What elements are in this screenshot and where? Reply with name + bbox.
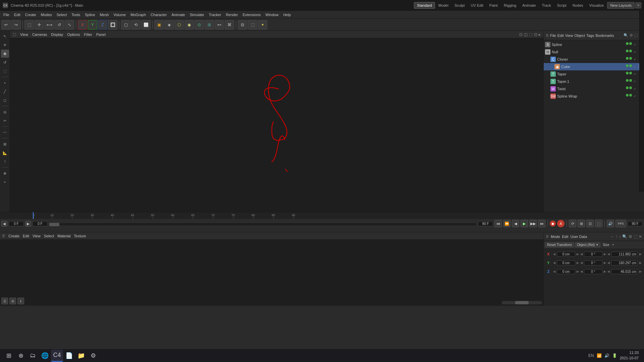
motion-btn[interactable]: ⟳ — [569, 220, 576, 227]
null-vis-dot[interactable] — [626, 50, 629, 52]
x-gt2-icon[interactable]: ▶ — [604, 252, 606, 256]
vp-panel[interactable]: Panel — [96, 33, 106, 37]
left-spline-btn[interactable]: 〰 — [1, 128, 9, 136]
mat-material[interactable]: Material — [57, 234, 70, 238]
splinewrap-render-dot[interactable] — [629, 94, 632, 97]
mat-edit[interactable]: Edit — [23, 234, 29, 238]
transform-btn[interactable]: ✛ — [35, 20, 44, 29]
attr-settings-icon[interactable]: ⚙ — [629, 234, 632, 239]
cloner-check[interactable]: ✓ — [633, 57, 637, 62]
layout-tab-paint[interactable]: Paint — [487, 2, 500, 8]
taper-vis-dot[interactable] — [626, 72, 629, 74]
left-rotate-btn[interactable]: ↺ — [1, 58, 9, 66]
x-gt-icon[interactable]: ▶ — [577, 252, 579, 256]
layout-tab-animate[interactable]: Animate — [520, 2, 538, 8]
splinewrap-vis-dot[interactable] — [626, 94, 629, 97]
obj-twist[interactable]: W Twist ✓ ✓ — [544, 85, 644, 93]
cube-render-dot[interactable] — [629, 64, 632, 67]
menu-volume[interactable]: Volume — [112, 12, 128, 17]
next-key-btn[interactable]: ⏭ — [538, 220, 545, 227]
vp-view-menu[interactable]: ⬚ — [13, 32, 16, 37]
taskbar-folder[interactable]: 📁 — [75, 350, 87, 362]
twist-check[interactable]: ✓ — [633, 86, 637, 91]
prev-frame-btn[interactable]: ◀ — [1, 221, 7, 227]
z-pos-field[interactable] — [557, 269, 575, 274]
mograph2-btn[interactable]: ⊞ — [205, 20, 214, 29]
attr-mode[interactable]: Mode — [551, 235, 560, 239]
twist-vis-dot[interactable] — [626, 86, 629, 89]
polygon-btn[interactable]: ⬡ — [174, 20, 184, 29]
z-lt2-icon[interactable]: ◀ — [580, 270, 583, 273]
sys-volume-icon[interactable]: 🔊 — [604, 353, 609, 358]
vp-icon1[interactable]: ⊡ — [519, 32, 523, 37]
om-view[interactable]: View — [565, 34, 573, 38]
menu-animate[interactable]: Animate — [169, 12, 187, 17]
taper1-render-dot[interactable] — [629, 79, 632, 82]
null-check[interactable]: ✓ — [633, 50, 637, 54]
y-rot-field[interactable] — [584, 260, 602, 265]
z-axis-btn[interactable]: Z — [98, 20, 107, 29]
spline-vis-dot[interactable] — [626, 42, 629, 45]
y-lt-icon[interactable]: ◀ — [553, 261, 555, 264]
menu-file[interactable]: File — [1, 12, 11, 17]
cam2-btn[interactable]: ⬚ — [248, 20, 257, 29]
attr-down-icon[interactable]: ↓ — [619, 234, 621, 239]
spline-render-dot[interactable] — [629, 42, 632, 45]
playhead[interactable] — [33, 212, 34, 219]
obj-taper1[interactable]: T Taper.1 ✓ ✓ — [544, 78, 644, 85]
z-rot-field[interactable] — [584, 269, 602, 274]
vp-icon5[interactable]: ▸ — [539, 32, 541, 37]
menu-help[interactable]: Help — [281, 12, 293, 17]
mat-texture[interactable]: Texture — [74, 234, 86, 238]
left-poly-btn[interactable]: ◻ — [1, 96, 9, 104]
y-gt3-icon[interactable]: ▶ — [639, 261, 642, 264]
reset-transform-btn[interactable]: Reset Transform — [545, 242, 574, 247]
z-size-field[interactable] — [611, 269, 638, 274]
left-cursor-btn[interactable]: ↖ — [1, 32, 9, 40]
menu-simulate[interactable]: Simulate — [188, 12, 206, 17]
y-gt2-icon[interactable]: ▶ — [604, 261, 606, 264]
menu-tools[interactable]: Tools — [69, 12, 82, 17]
mat-scrollbar[interactable] — [502, 301, 542, 304]
taper1-vis-dot[interactable] — [626, 79, 629, 82]
left-scale-btn[interactable]: ⊕ — [1, 50, 9, 58]
step-back-btn[interactable]: ⏪ — [503, 220, 511, 227]
menu-edit[interactable]: Edit — [12, 12, 22, 17]
surface-btn[interactable]: ◈ — [164, 20, 174, 29]
spline-check[interactable]: ✓ — [633, 42, 637, 47]
taskbar-files[interactable]: 🗂 — [27, 350, 39, 362]
fps-btn[interactable]: FPS — [615, 220, 626, 227]
left-knife-btn[interactable]: ✂ — [1, 117, 9, 125]
mat-list-btn[interactable]: ☰ — [1, 298, 8, 304]
menu-render[interactable]: Render — [224, 12, 240, 17]
auto-key-btn[interactable]: A — [557, 220, 565, 227]
anim-settings-btn[interactable]: ⊞ — [578, 220, 585, 227]
twist-render-dot[interactable] — [629, 86, 632, 89]
vp-options[interactable]: Options — [67, 33, 80, 37]
move-btn[interactable]: ⟷ — [45, 20, 54, 29]
taskbar-edge[interactable]: 🌐 — [39, 350, 51, 362]
splinewrap-check[interactable]: ✓ — [633, 94, 637, 99]
mat-info-btn[interactable]: ℹ — [17, 298, 24, 304]
left-addon-btn[interactable]: + — [1, 178, 9, 186]
layout-tab-nodes[interactable]: Nodes — [570, 2, 586, 8]
cube-obj-btn[interactable]: ▣ — [154, 20, 164, 29]
x-gt3-icon[interactable]: ▶ — [639, 252, 642, 256]
cube-vis-dot[interactable] — [626, 64, 629, 67]
material-content[interactable]: ☰ ⊞ ℹ — [0, 240, 543, 306]
left-point-btn[interactable]: • — [1, 79, 9, 87]
y-lt3-icon[interactable]: ◀ — [607, 261, 610, 264]
left-move-btn[interactable]: ✛ — [1, 41, 9, 49]
layout-tab-script[interactable]: Script — [554, 2, 569, 8]
attr-expand-icon[interactable]: ⬚ — [634, 234, 637, 239]
prev-key-btn[interactable]: ⏮ — [494, 220, 502, 227]
obj-cube[interactable]: ▣ Cube ✓ — [544, 63, 644, 70]
timeline-btn[interactable]: ⊡ — [586, 220, 594, 227]
x-rot-field[interactable] — [584, 252, 602, 257]
layout-add-btn[interactable]: + — [635, 2, 641, 8]
light-btn[interactable]: ◉ — [184, 20, 194, 29]
x-pos-field[interactable] — [557, 252, 575, 257]
layout-tab-uvedit[interactable]: UV Edit — [468, 2, 486, 8]
start-frame-field[interactable] — [33, 221, 48, 226]
vp-view[interactable]: View — [20, 33, 28, 37]
